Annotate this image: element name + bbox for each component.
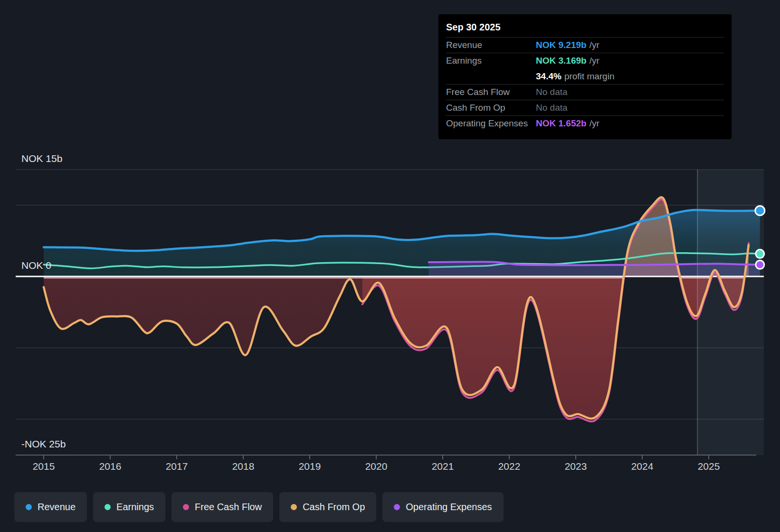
x-axis-label-2015: 2015 — [33, 461, 55, 472]
tooltip-row-value: NOK 3.169b — [536, 56, 587, 66]
legend-dot-icon — [291, 504, 297, 510]
tooltip-row-label: Free Cash Flow — [446, 87, 536, 97]
legend-item-cash-from-op[interactable]: Cash From Op — [279, 492, 376, 522]
y-axis-label: NOK 15b — [21, 153, 62, 164]
legend-dot-icon — [26, 504, 32, 510]
tooltip-date: Sep 30 2025 — [446, 18, 724, 37]
tooltip-row-unit: /yr — [590, 56, 599, 66]
x-axis-label-2019: 2019 — [299, 461, 321, 472]
tooltip-row-label: Earnings — [446, 56, 536, 66]
tooltip-row: Operating ExpensesNOK 1.652b/yr — [446, 115, 724, 131]
x-axis-label-2020: 2020 — [365, 461, 388, 472]
legend-item-earnings[interactable]: Earnings — [93, 492, 165, 522]
profit-margin-value: 34.4% — [536, 71, 561, 82]
highlight-band — [697, 170, 764, 455]
tooltip-row-label: Operating Expenses — [446, 118, 536, 129]
earnings-endpoint-marker[interactable] — [756, 249, 764, 258]
x-axis-label-2025: 2025 — [698, 461, 720, 472]
x-axis-label-2023: 2023 — [565, 461, 587, 472]
profit-margin-label: profit margin — [564, 71, 615, 82]
x-axis-label-2018: 2018 — [232, 461, 255, 472]
legend-item-label: Revenue — [38, 502, 76, 513]
tooltip-row-value: NOK 9.219b — [536, 40, 587, 50]
tooltip-row-value: No data — [536, 87, 568, 97]
tooltip-profit-margin-row: 34.4%profit margin — [446, 68, 724, 84]
tooltip-row-unit: /yr — [590, 40, 599, 50]
legend: RevenueEarningsFree Cash FlowCash From O… — [14, 492, 504, 522]
tooltip-row-label: Cash From Op — [446, 103, 536, 113]
x-axis-label-2022: 2022 — [498, 461, 521, 472]
y-axis-label: -NOK 25b — [21, 438, 66, 449]
x-axis-label-2024: 2024 — [631, 461, 654, 472]
tooltip-row: Free Cash FlowNo data — [446, 84, 724, 100]
tooltip-row: RevenueNOK 9.219b/yr — [446, 37, 724, 53]
x-axis-label-2021: 2021 — [432, 461, 454, 472]
tooltip-row-unit: /yr — [590, 118, 599, 129]
x-axis-label-2017: 2017 — [166, 461, 188, 472]
legend-item-revenue[interactable]: Revenue — [14, 492, 87, 522]
legend-dot-icon — [394, 504, 400, 510]
tooltip-row: Cash From OpNo data — [446, 100, 724, 115]
legend-item-free-cash-flow[interactable]: Free Cash Flow — [171, 492, 273, 522]
tooltip-row-label: Revenue — [446, 40, 536, 50]
legend-item-label: Earnings — [116, 502, 154, 513]
revenue-endpoint-marker[interactable] — [755, 206, 765, 215]
x-axis-label-2016: 2016 — [99, 461, 122, 472]
data-tooltip: Sep 30 2025 RevenueNOK 9.219b/yrEarnings… — [438, 14, 732, 139]
legend-dot-icon — [183, 504, 189, 510]
operating-expenses-endpoint-marker[interactable] — [756, 260, 764, 269]
tooltip-row: EarningsNOK 3.169b/yr — [446, 53, 724, 68]
legend-dot-icon — [105, 504, 111, 510]
legend-item-label: Free Cash Flow — [195, 502, 262, 513]
legend-item-operating-expenses[interactable]: Operating Expenses — [382, 492, 503, 522]
legend-item-label: Operating Expenses — [406, 502, 492, 513]
tooltip-row-value: NOK 1.652b — [536, 118, 587, 129]
y-axis-label: NOK 0 — [21, 260, 51, 271]
legend-item-label: Cash From Op — [303, 502, 365, 513]
tooltip-row-value: No data — [536, 103, 568, 113]
